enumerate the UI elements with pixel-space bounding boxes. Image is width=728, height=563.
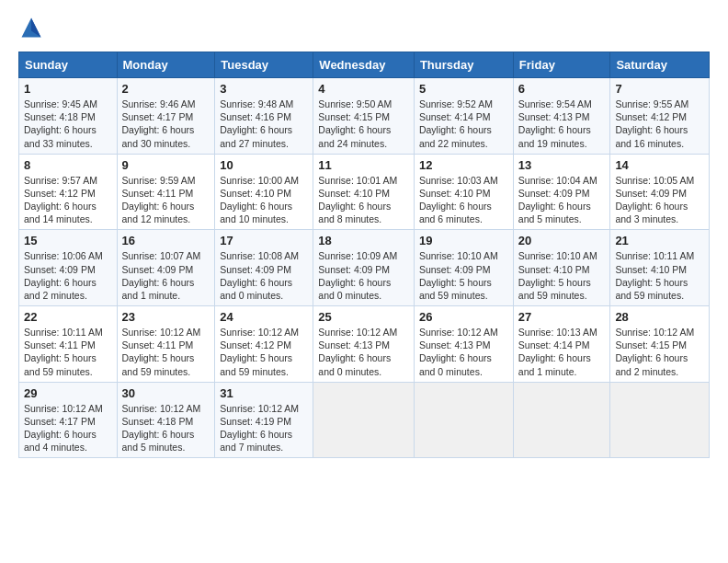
day-number-3: 3 <box>220 82 308 96</box>
day-info-18: Sunrise: 10:09 AM Sunset: 4:09 PM Daylig… <box>318 249 409 302</box>
day-info-14: Sunrise: 10:05 AM Sunset: 4:09 PM Daylig… <box>615 174 704 226</box>
header <box>18 15 710 40</box>
day-number-20: 20 <box>518 234 606 247</box>
day-cell-15: 15Sunrise: 10:06 AM Sunset: 4:09 PM Dayl… <box>19 230 118 306</box>
day-info-12: Sunrise: 10:03 AM Sunset: 4:10 PM Daylig… <box>419 174 508 226</box>
day-number-18: 18 <box>318 234 409 247</box>
day-number-21: 21 <box>615 234 704 247</box>
empty-cell <box>610 382 710 458</box>
day-cell-2: 2Sunrise: 9:46 AM Sunset: 4:17 PM Daylig… <box>117 78 215 155</box>
day-cell-17: 17Sunrise: 10:08 AM Sunset: 4:09 PM Dayl… <box>215 230 313 306</box>
day-cell-27: 27Sunrise: 10:13 AM Sunset: 4:14 PM Dayl… <box>513 306 610 383</box>
day-number-26: 26 <box>419 310 508 324</box>
day-info-9: Sunrise: 9:59 AM Sunset: 4:11 PM Dayligh… <box>122 174 210 226</box>
day-number-7: 7 <box>615 82 704 96</box>
day-info-28: Sunrise: 10:12 AM Sunset: 4:15 PM Daylig… <box>615 326 704 378</box>
day-info-4: Sunrise: 9:50 AM Sunset: 4:15 PM Dayligh… <box>318 98 409 150</box>
day-info-25: Sunrise: 10:12 AM Sunset: 4:13 PM Daylig… <box>318 326 409 378</box>
col-header-wednesday: Wednesday <box>313 52 415 78</box>
empty-cell <box>313 382 415 458</box>
day-info-29: Sunrise: 10:12 AM Sunset: 4:17 PM Daylig… <box>24 402 112 454</box>
col-header-saturday: Saturday <box>610 52 710 78</box>
day-cell-18: 18Sunrise: 10:09 AM Sunset: 4:09 PM Dayl… <box>313 230 415 306</box>
day-number-2: 2 <box>122 82 210 96</box>
day-cell-14: 14Sunrise: 10:05 AM Sunset: 4:09 PM Dayl… <box>610 154 710 230</box>
day-info-8: Sunrise: 9:57 AM Sunset: 4:12 PM Dayligh… <box>24 174 112 226</box>
week-row-4: 22Sunrise: 10:11 AM Sunset: 4:11 PM Dayl… <box>19 306 710 383</box>
week-row-3: 15Sunrise: 10:06 AM Sunset: 4:09 PM Dayl… <box>19 230 710 306</box>
day-info-26: Sunrise: 10:12 AM Sunset: 4:13 PM Daylig… <box>419 326 508 378</box>
day-info-17: Sunrise: 10:08 AM Sunset: 4:09 PM Daylig… <box>220 249 308 302</box>
day-info-7: Sunrise: 9:55 AM Sunset: 4:12 PM Dayligh… <box>615 98 704 150</box>
calendar-body: 1Sunrise: 9:45 AM Sunset: 4:18 PM Daylig… <box>19 78 710 458</box>
day-info-31: Sunrise: 10:12 AM Sunset: 4:19 PM Daylig… <box>220 402 308 454</box>
day-number-24: 24 <box>220 310 308 324</box>
day-cell-26: 26Sunrise: 10:12 AM Sunset: 4:13 PM Dayl… <box>414 306 513 383</box>
day-cell-4: 4Sunrise: 9:50 AM Sunset: 4:15 PM Daylig… <box>313 78 415 155</box>
day-number-28: 28 <box>615 310 704 324</box>
day-number-12: 12 <box>419 158 508 172</box>
day-cell-12: 12Sunrise: 10:03 AM Sunset: 4:10 PM Dayl… <box>414 154 513 230</box>
day-number-9: 9 <box>122 158 210 172</box>
week-row-2: 8Sunrise: 9:57 AM Sunset: 4:12 PM Daylig… <box>19 154 710 230</box>
logo <box>18 15 48 40</box>
day-number-31: 31 <box>220 386 308 400</box>
day-cell-20: 20Sunrise: 10:10 AM Sunset: 4:10 PM Dayl… <box>513 230 610 306</box>
col-header-monday: Monday <box>117 52 215 78</box>
day-cell-23: 23Sunrise: 10:12 AM Sunset: 4:11 PM Dayl… <box>117 306 215 383</box>
day-number-27: 27 <box>518 310 606 324</box>
day-cell-10: 10Sunrise: 10:00 AM Sunset: 4:10 PM Dayl… <box>215 154 313 230</box>
day-number-16: 16 <box>122 234 210 247</box>
day-number-23: 23 <box>122 310 210 324</box>
day-info-21: Sunrise: 10:11 AM Sunset: 4:10 PM Daylig… <box>615 249 704 302</box>
day-number-11: 11 <box>318 158 409 172</box>
day-info-23: Sunrise: 10:12 AM Sunset: 4:11 PM Daylig… <box>122 326 210 378</box>
day-number-15: 15 <box>24 234 112 247</box>
empty-cell <box>513 382 610 458</box>
col-header-friday: Friday <box>513 52 610 78</box>
day-number-25: 25 <box>318 310 409 324</box>
day-cell-24: 24Sunrise: 10:12 AM Sunset: 4:12 PM Dayl… <box>215 306 313 383</box>
header-row: SundayMondayTuesdayWednesdayThursdayFrid… <box>19 52 710 78</box>
day-cell-7: 7Sunrise: 9:55 AM Sunset: 4:12 PM Daylig… <box>610 78 710 155</box>
day-number-22: 22 <box>24 310 112 324</box>
week-row-5: 29Sunrise: 10:12 AM Sunset: 4:17 PM Dayl… <box>19 382 710 458</box>
col-header-tuesday: Tuesday <box>215 52 313 78</box>
empty-cell <box>414 382 513 458</box>
day-info-24: Sunrise: 10:12 AM Sunset: 4:12 PM Daylig… <box>220 326 308 378</box>
day-number-6: 6 <box>518 82 606 96</box>
day-cell-22: 22Sunrise: 10:11 AM Sunset: 4:11 PM Dayl… <box>19 306 118 383</box>
day-number-1: 1 <box>24 82 112 96</box>
day-info-30: Sunrise: 10:12 AM Sunset: 4:18 PM Daylig… <box>122 402 210 454</box>
day-cell-31: 31Sunrise: 10:12 AM Sunset: 4:19 PM Dayl… <box>215 382 313 458</box>
day-info-13: Sunrise: 10:04 AM Sunset: 4:09 PM Daylig… <box>518 174 606 226</box>
day-info-16: Sunrise: 10:07 AM Sunset: 4:09 PM Daylig… <box>122 249 210 302</box>
day-info-6: Sunrise: 9:54 AM Sunset: 4:13 PM Dayligh… <box>518 98 606 150</box>
day-cell-5: 5Sunrise: 9:52 AM Sunset: 4:14 PM Daylig… <box>414 78 513 155</box>
day-info-11: Sunrise: 10:01 AM Sunset: 4:10 PM Daylig… <box>318 174 409 226</box>
day-cell-29: 29Sunrise: 10:12 AM Sunset: 4:17 PM Dayl… <box>19 382 118 458</box>
day-number-5: 5 <box>419 82 508 96</box>
day-cell-21: 21Sunrise: 10:11 AM Sunset: 4:10 PM Dayl… <box>610 230 710 306</box>
day-cell-9: 9Sunrise: 9:59 AM Sunset: 4:11 PM Daylig… <box>117 154 215 230</box>
day-number-17: 17 <box>220 234 308 247</box>
day-cell-19: 19Sunrise: 10:10 AM Sunset: 4:09 PM Dayl… <box>414 230 513 306</box>
day-cell-6: 6Sunrise: 9:54 AM Sunset: 4:13 PM Daylig… <box>513 78 610 155</box>
day-info-20: Sunrise: 10:10 AM Sunset: 4:10 PM Daylig… <box>518 249 606 302</box>
day-cell-1: 1Sunrise: 9:45 AM Sunset: 4:18 PM Daylig… <box>19 78 118 155</box>
calendar-table: SundayMondayTuesdayWednesdayThursdayFrid… <box>18 52 710 458</box>
day-cell-16: 16Sunrise: 10:07 AM Sunset: 4:09 PM Dayl… <box>117 230 215 306</box>
week-row-1: 1Sunrise: 9:45 AM Sunset: 4:18 PM Daylig… <box>19 78 710 155</box>
calendar-header: SundayMondayTuesdayWednesdayThursdayFrid… <box>19 52 710 78</box>
day-number-19: 19 <box>419 234 508 247</box>
day-number-14: 14 <box>615 158 704 172</box>
day-info-1: Sunrise: 9:45 AM Sunset: 4:18 PM Dayligh… <box>24 98 112 150</box>
day-info-27: Sunrise: 10:13 AM Sunset: 4:14 PM Daylig… <box>518 326 606 378</box>
day-cell-30: 30Sunrise: 10:12 AM Sunset: 4:18 PM Dayl… <box>117 382 215 458</box>
day-number-29: 29 <box>24 386 112 400</box>
day-info-22: Sunrise: 10:11 AM Sunset: 4:11 PM Daylig… <box>24 326 112 378</box>
day-number-30: 30 <box>122 386 210 400</box>
day-info-2: Sunrise: 9:46 AM Sunset: 4:17 PM Dayligh… <box>122 98 210 150</box>
col-header-thursday: Thursday <box>414 52 513 78</box>
day-cell-8: 8Sunrise: 9:57 AM Sunset: 4:12 PM Daylig… <box>19 154 118 230</box>
